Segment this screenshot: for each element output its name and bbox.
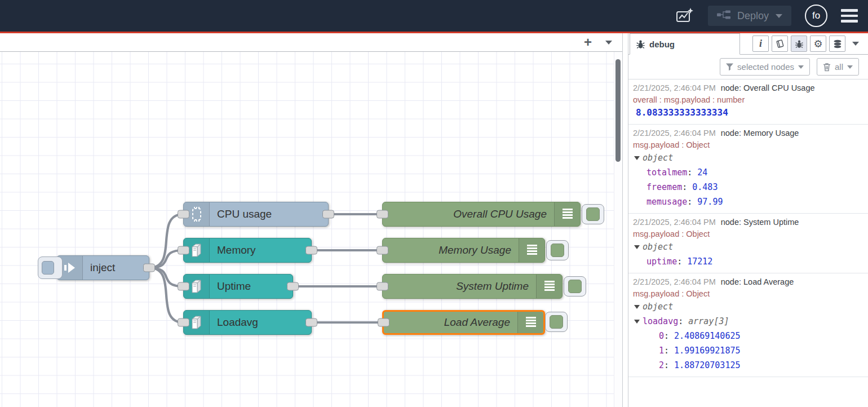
tab-debug-label: debug <box>649 39 675 49</box>
debug-filter-button[interactable]: selected nodes <box>720 58 810 76</box>
deploy-button[interactable]: Deploy <box>708 6 791 26</box>
debug-message-list[interactable]: 2/21/2025, 2:46:04 PMnode: Overall CPU U… <box>628 79 868 407</box>
deploy-label: Deploy <box>737 10 769 22</box>
filter-label: selected nodes <box>737 62 794 72</box>
array-row[interactable]: loadavgarray[3] <box>633 314 865 329</box>
wires-layer <box>0 52 622 407</box>
flow-export-icon[interactable] <box>675 7 694 25</box>
debug-enable-toggle[interactable] <box>545 312 568 332</box>
gear-icon: ⚙ <box>813 38 822 50</box>
collapse-caret-icon[interactable] <box>634 156 640 160</box>
message-path: overall : msg.payload : number <box>633 94 865 105</box>
deploy-icon <box>717 10 730 21</box>
message-node-name: node: Load Average <box>721 277 794 286</box>
debug-clear-button[interactable]: all <box>817 58 859 76</box>
node-debug-system-uptime[interactable]: System Uptime <box>382 274 563 299</box>
object-field: freemem0.483 <box>633 180 865 194</box>
tab-help-button[interactable] <box>772 36 788 52</box>
message-path: msg.payload : Object <box>633 139 865 151</box>
flow-tabbar: + <box>0 33 622 52</box>
debug-console-icon <box>554 202 580 226</box>
input-port[interactable] <box>377 210 388 219</box>
input-port[interactable] <box>377 246 388 255</box>
object-row[interactable]: object <box>633 240 865 254</box>
node-memory[interactable]: Memory <box>183 238 312 263</box>
input-port[interactable] <box>178 318 189 327</box>
node-loadavg[interactable]: Loadavg <box>183 310 312 335</box>
debug-enable-toggle[interactable] <box>546 240 569 260</box>
inject-trigger-button[interactable] <box>38 256 63 279</box>
debug-enable-toggle[interactable] <box>582 204 604 224</box>
object-field: uptime17212 <box>633 254 865 269</box>
message-timestamp: 2/21/2025, 2:46:04 PM <box>633 83 716 92</box>
database-icon <box>832 39 843 49</box>
book-icon <box>775 39 785 48</box>
debug-toolbar: selected nodes all <box>628 55 868 79</box>
add-flow-button[interactable]: + <box>584 37 592 48</box>
sidebar-tab-buttons: i <box>752 36 845 52</box>
filter-funnel-icon <box>726 63 733 71</box>
info-icon: i <box>759 38 762 50</box>
node-debug-overall-cpu[interactable]: Overall CPU Usage <box>382 202 581 227</box>
collapse-caret-icon[interactable] <box>634 320 640 324</box>
sidebar-splitter[interactable] <box>622 33 628 407</box>
message-timestamp: 2/21/2025, 2:46:04 PM <box>633 129 716 138</box>
object-row[interactable]: object <box>633 299 865 314</box>
node-label: inject <box>83 256 149 280</box>
array-item: 11.99169921875 <box>633 343 865 358</box>
input-port[interactable] <box>377 282 388 291</box>
array-item: 21.88720703125 <box>633 358 865 373</box>
node-label: System Uptime <box>383 275 536 298</box>
node-label: Memory <box>210 238 311 262</box>
node-label: Load Average <box>384 312 517 333</box>
message-node-name: node: Memory Usage <box>721 129 799 138</box>
output-port[interactable] <box>322 210 334 219</box>
tab-info-button[interactable]: i <box>752 36 769 52</box>
tab-config-button[interactable]: ⚙ <box>810 36 826 52</box>
message-timestamp: 2/21/2025, 2:46:04 PM <box>633 277 716 286</box>
debug-console-icon <box>536 275 562 298</box>
output-port[interactable] <box>305 318 317 327</box>
canvas-scrollbar-track[interactable] <box>614 52 622 407</box>
debug-enable-toggle[interactable] <box>564 276 586 297</box>
flow-canvas[interactable]: inject CPU usage <box>0 52 622 407</box>
input-port[interactable] <box>178 282 189 291</box>
node-label: Uptime <box>210 275 293 298</box>
workspace-column: + <box>0 33 622 407</box>
message-path: msg.payload : Object <box>633 288 865 299</box>
canvas-scrollbar-thumb[interactable] <box>615 59 621 162</box>
deploy-caret-icon[interactable] <box>776 14 782 18</box>
clear-caret-icon <box>847 65 853 69</box>
user-avatar[interactable]: fo <box>805 5 827 27</box>
input-port[interactable] <box>178 246 189 255</box>
clear-label: all <box>835 62 843 72</box>
output-port[interactable] <box>305 246 317 255</box>
output-port[interactable] <box>143 264 155 272</box>
tab-context-button[interactable] <box>829 36 845 52</box>
header-bar: Deploy fo <box>0 0 868 32</box>
debug-message: 2/21/2025, 2:46:04 PMnode: Load Average … <box>628 273 868 377</box>
input-port[interactable] <box>178 210 189 219</box>
message-node-name: node: Overall CPU Usage <box>721 83 815 92</box>
tab-debug[interactable]: debug <box>630 33 740 55</box>
collapse-caret-icon[interactable] <box>634 305 640 309</box>
node-label: Memory Usage <box>383 238 519 262</box>
input-port[interactable] <box>378 318 389 327</box>
node-inject[interactable]: inject <box>56 255 149 280</box>
node-cpu-usage[interactable]: CPU usage <box>183 202 329 227</box>
output-port[interactable] <box>287 282 299 291</box>
object-field: memusage97.99 <box>633 194 865 209</box>
message-value: 8.083333333333334 <box>633 105 865 120</box>
node-uptime[interactable]: Uptime <box>183 274 293 299</box>
tab-debug-button[interactable] <box>791 36 807 52</box>
object-row[interactable]: object <box>633 151 865 165</box>
node-debug-load-average[interactable]: Load Average <box>382 310 545 335</box>
node-debug-memory-usage[interactable]: Memory Usage <box>382 238 545 263</box>
sidebar-tabs-chevron-icon[interactable] <box>852 42 859 46</box>
collapse-caret-icon[interactable] <box>634 245 640 249</box>
debug-message: 2/21/2025, 2:46:04 PMnode: System Uptime… <box>628 214 868 273</box>
flow-list-chevron-icon[interactable] <box>605 41 612 45</box>
main-menu-icon[interactable] <box>841 9 858 23</box>
sidebar: debug i <box>628 33 868 407</box>
debug-message: 2/21/2025, 2:46:04 PMnode: Memory Usage … <box>628 125 868 214</box>
